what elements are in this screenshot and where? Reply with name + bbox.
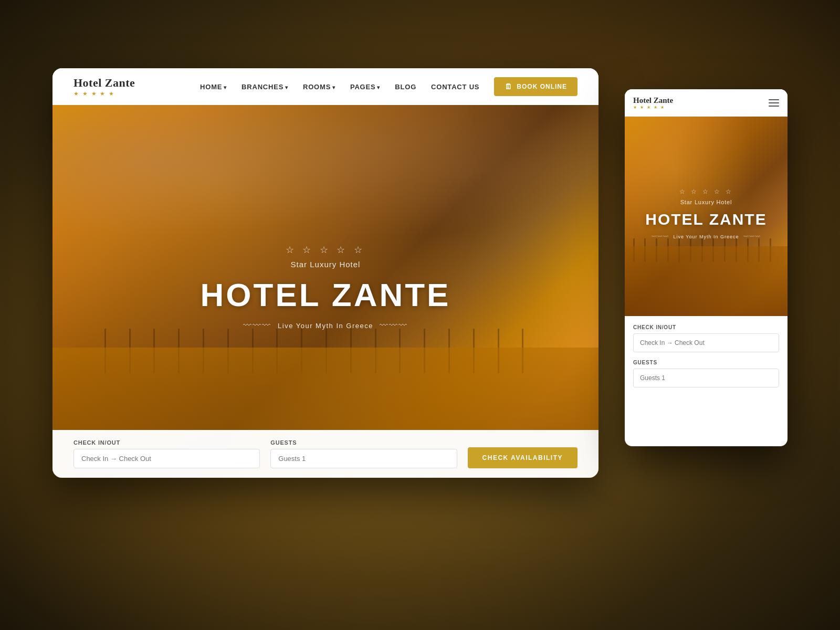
- mobile-hero: ☆ ☆ ☆ ☆ ☆ Star Luxury Hotel HOTEL ZANTE …: [625, 117, 788, 316]
- desktop-nav: Hotel Zante ★ ★ ★ ★ ★ HOME▾ BRANCHES▾ RO…: [52, 68, 598, 105]
- nav-item-pages[interactable]: PAGES▾: [350, 82, 380, 91]
- mobile-guests-label: Guests: [633, 360, 779, 365]
- hamburger-line-3: [769, 106, 779, 107]
- mobile-hero-subtitle: Star Luxury Hotel: [633, 199, 780, 205]
- nav-link-contact[interactable]: CONTACT US: [431, 83, 479, 91]
- mobile-logo-stars: ★ ★ ★ ★ ★: [633, 105, 769, 110]
- nav-item-contact[interactable]: CONTACT US: [431, 82, 479, 91]
- desktop-booking-bar: Check In/Out Guests CHECK AVAILABILITY: [52, 430, 598, 478]
- calendar-icon: 🗓: [505, 82, 512, 91]
- desktop-checkinout-input[interactable]: [74, 449, 260, 468]
- desktop-hero-content: ☆ ☆ ☆ ☆ ☆ Star Luxury Hotel HOTEL ZANTE …: [201, 244, 451, 330]
- book-online-button[interactable]: 🗓 BOOK ONLINE: [494, 77, 578, 96]
- mobile-water: [625, 246, 788, 316]
- mobile-hero-title: HOTEL ZANTE: [633, 211, 780, 228]
- desktop-nav-links: HOME▾ BRANCHES▾ ROOMS▾ PAGES▾: [200, 82, 479, 91]
- desktop-hero-subtitle: Star Luxury Hotel: [201, 260, 451, 269]
- desktop-hero: ☆ ☆ ☆ ☆ ☆ Star Luxury Hotel HOTEL ZANTE …: [52, 105, 598, 478]
- mobile-checkinout-field: Check In/Out: [633, 324, 779, 352]
- desktop-guests-label: Guests: [270, 439, 457, 446]
- desktop-guests-input[interactable]: [270, 449, 457, 468]
- nav-link-blog[interactable]: BLOG: [395, 83, 416, 91]
- mobile-tagline-row: 〰〰〰 Live Your Myth In Greece 〰〰〰: [633, 234, 780, 239]
- nav-link-rooms[interactable]: ROOMS▾: [303, 83, 335, 91]
- desktop-hero-stars: ☆ ☆ ☆ ☆ ☆: [201, 244, 451, 256]
- hamburger-line-1: [769, 99, 779, 100]
- mobile-nav: Hotel Zante ★ ★ ★ ★ ★: [625, 89, 788, 117]
- desktop-logo-stars: ★ ★ ★ ★ ★: [74, 90, 135, 97]
- mobile-booking-panel: Check In/Out Guests: [625, 316, 788, 403]
- nav-item-branches[interactable]: BRANCHES▾: [242, 82, 288, 91]
- mobile-logo: Hotel Zante ★ ★ ★ ★ ★: [633, 96, 769, 110]
- desktop-guests-field: Guests: [270, 439, 457, 468]
- desktop-tagline: Live Your Myth In Greece: [278, 321, 373, 329]
- nav-link-branches[interactable]: BRANCHES▾: [242, 83, 288, 91]
- desktop-checkinout-field: Check In/Out: [74, 439, 260, 468]
- scene-wrapper: Hotel Zante ★ ★ ★ ★ ★ HOME▾ BRANCHES▾ RO…: [52, 58, 788, 572]
- nav-link-home[interactable]: HOME▾: [200, 83, 227, 91]
- mobile-wave-right: 〰〰〰: [743, 234, 761, 239]
- desktop-hero-title: HOTEL ZANTE: [201, 276, 451, 313]
- mobile-hero-content: ☆ ☆ ☆ ☆ ☆ Star Luxury Hotel HOTEL ZANTE …: [633, 188, 780, 239]
- check-availability-button[interactable]: CHECK AVAILABILITY: [468, 447, 578, 468]
- desktop-tagline-row: 〰〰〰 Live Your Myth In Greece 〰〰〰: [201, 321, 451, 330]
- desktop-wave-right: 〰〰〰: [380, 321, 408, 330]
- nav-item-rooms[interactable]: ROOMS▾: [303, 82, 335, 91]
- nav-link-pages[interactable]: PAGES▾: [350, 83, 380, 91]
- mobile-wave-left: 〰〰〰: [652, 234, 669, 239]
- mobile-checkinout-label: Check In/Out: [633, 324, 779, 330]
- desktop-wave-left: 〰〰〰: [243, 321, 271, 330]
- desktop-logo: Hotel Zante ★ ★ ★ ★ ★: [74, 76, 135, 97]
- desktop-checkinout-label: Check In/Out: [74, 439, 260, 446]
- mobile-guests-input[interactable]: [633, 369, 779, 387]
- nav-item-home[interactable]: HOME▾: [200, 82, 227, 91]
- mobile-mockup: Hotel Zante ★ ★ ★ ★ ★: [625, 89, 788, 446]
- hamburger-menu-button[interactable]: [769, 99, 779, 107]
- desktop-mockup: Hotel Zante ★ ★ ★ ★ ★ HOME▾ BRANCHES▾ RO…: [52, 68, 598, 478]
- mobile-logo-name: Hotel Zante: [633, 96, 769, 105]
- mobile-guests-field: Guests: [633, 360, 779, 387]
- mobile-tagline: Live Your Myth In Greece: [673, 234, 739, 239]
- mobile-checkinout-input[interactable]: [633, 333, 779, 352]
- mobile-hero-stars: ☆ ☆ ☆ ☆ ☆: [633, 188, 780, 196]
- desktop-logo-name: Hotel Zante: [74, 76, 135, 90]
- nav-item-blog[interactable]: BLOG: [395, 82, 416, 91]
- hamburger-line-2: [769, 102, 779, 103]
